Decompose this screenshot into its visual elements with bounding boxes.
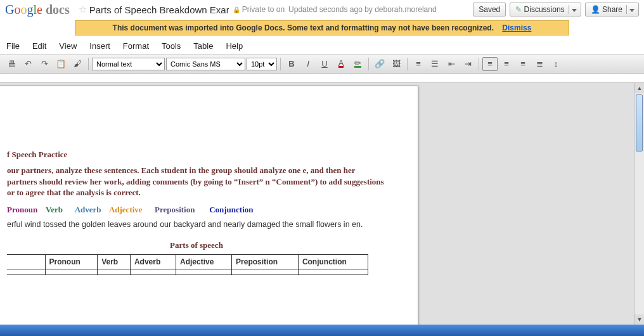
table-header: Verb — [98, 254, 131, 269]
font-select[interactable]: Comic Sans MS — [166, 58, 245, 70]
scroll-down-icon[interactable]: ▼ — [634, 314, 644, 325]
align-right-icon[interactable]: ≡ — [515, 57, 531, 71]
menu-table[interactable]: Table — [193, 41, 213, 51]
font-size-select[interactable]: 10pt — [247, 58, 277, 70]
menu-view[interactable]: View — [59, 41, 77, 51]
clipboard-icon[interactable]: 📋 — [53, 57, 68, 71]
table-title: Parts of speech — [7, 240, 386, 250]
workspace: f Speech Practice our partners, analyze … — [0, 82, 644, 325]
menu-insert[interactable]: Insert — [89, 41, 110, 51]
increase-indent-icon[interactable]: ⇥ — [460, 57, 475, 71]
bold-icon[interactable]: B — [284, 57, 299, 71]
underline-icon[interactable]: U — [317, 57, 332, 71]
menubar: File Edit View Insert Format Tools Table… — [0, 38, 644, 55]
saved-button[interactable]: Saved — [473, 3, 506, 16]
undo-icon[interactable]: ↶ — [20, 57, 35, 71]
document-title[interactable]: Parts of Speech Breakdown Exar — [89, 4, 229, 15]
chevron-down-icon — [629, 9, 634, 12]
separator — [479, 58, 479, 70]
menu-file[interactable]: File — [6, 41, 20, 51]
table-header: Conjunction — [298, 254, 368, 269]
banner-text: This document was imported into Google D… — [113, 23, 494, 32]
text-color-icon[interactable]: A — [333, 57, 349, 71]
pos-table: Pronoun Verb Adverb Adjective Prepositio… — [7, 254, 368, 275]
link-icon[interactable]: 🔗 — [372, 57, 387, 71]
toolbar: 🖶 ↶ ↷ 📋 🖌 Normal text Comic Sans MS 10pt… — [0, 55, 644, 74]
instructions: our partners, analyze these sentences. E… — [7, 165, 386, 198]
vertical-scrollbar[interactable]: ▲ ▼ — [634, 83, 644, 325]
pos-pronoun: Pronoun — [7, 205, 37, 214]
menu-format[interactable]: Format — [123, 41, 149, 51]
separator — [368, 58, 369, 70]
header: Google docs ☆ Parts of Speech Breakdown … — [0, 0, 644, 19]
menu-help[interactable]: Help — [226, 41, 243, 51]
paragraph-style-select[interactable]: Normal text — [92, 58, 165, 70]
scroll-up-icon[interactable]: ▲ — [634, 83, 644, 93]
pos-legend: Pronoun Verb Adverb Adjective Prepositio… — [7, 205, 386, 215]
menu-edit[interactable]: Edit — [32, 41, 46, 51]
line-spacing-icon[interactable]: ↕ — [548, 57, 564, 71]
taskbar — [0, 325, 644, 336]
discussions-label: Discussions — [524, 5, 565, 14]
separator — [280, 58, 281, 70]
example-sentence: erful wind tossed the golden leaves arou… — [7, 220, 386, 229]
dismiss-link[interactable]: Dismiss — [502, 23, 531, 32]
discussion-icon: ✎ — [515, 5, 522, 14]
pos-conjunction: Conjunction — [209, 205, 253, 214]
import-banner: This document was imported into Google D… — [75, 20, 569, 36]
logo: Google docs — [5, 3, 70, 17]
separator — [407, 58, 408, 70]
print-icon[interactable]: 🖶 — [4, 57, 19, 71]
italic-icon[interactable]: I — [300, 57, 316, 71]
redo-icon[interactable]: ↷ — [37, 57, 52, 71]
table-header: Preposition — [232, 254, 299, 269]
separator — [88, 58, 89, 70]
menu-tools[interactable]: Tools — [162, 41, 181, 51]
update-text: Updated seconds ago by deborah.moreland — [288, 5, 437, 14]
numbered-list-icon[interactable]: ≡ — [411, 57, 426, 71]
pos-preposition: Preposition — [155, 205, 195, 214]
doc-heading: f Speech Practice — [7, 150, 386, 160]
share-icon: 👤 — [591, 5, 600, 14]
pos-verb: Verb — [46, 205, 63, 214]
lock-icon: 🔒 — [233, 6, 240, 13]
privacy-text: Private to on — [242, 5, 285, 14]
table-header: Adverb — [130, 254, 176, 269]
scrollbar-thumb[interactable] — [636, 94, 643, 152]
highlight-icon[interactable]: ✏ — [350, 57, 365, 71]
table-header: Pronoun — [45, 254, 98, 269]
bulleted-list-icon[interactable]: ☰ — [427, 57, 442, 71]
paint-format-icon[interactable]: 🖌 — [70, 57, 85, 71]
star-icon[interactable]: ☆ — [79, 4, 87, 15]
pos-adverb: Adverb — [75, 205, 101, 214]
pos-adjective: Adjective — [109, 205, 143, 214]
decrease-indent-icon[interactable]: ⇤ — [444, 57, 459, 71]
share-label: Share — [602, 5, 622, 14]
discussions-button[interactable]: ✎ Discussions — [510, 3, 581, 16]
image-icon[interactable]: 🖼 — [389, 57, 404, 71]
align-center-icon[interactable]: ≡ — [499, 57, 514, 71]
table-header: Adjective — [176, 254, 232, 269]
share-button[interactable]: 👤 Share — [585, 3, 639, 16]
align-justify-icon[interactable]: ≣ — [532, 57, 547, 71]
align-left-icon[interactable]: ≡ — [482, 57, 498, 71]
document-page[interactable]: f Speech Practice our partners, analyze … — [0, 86, 418, 336]
table-row-label — [7, 254, 45, 269]
chevron-down-icon — [572, 9, 577, 12]
